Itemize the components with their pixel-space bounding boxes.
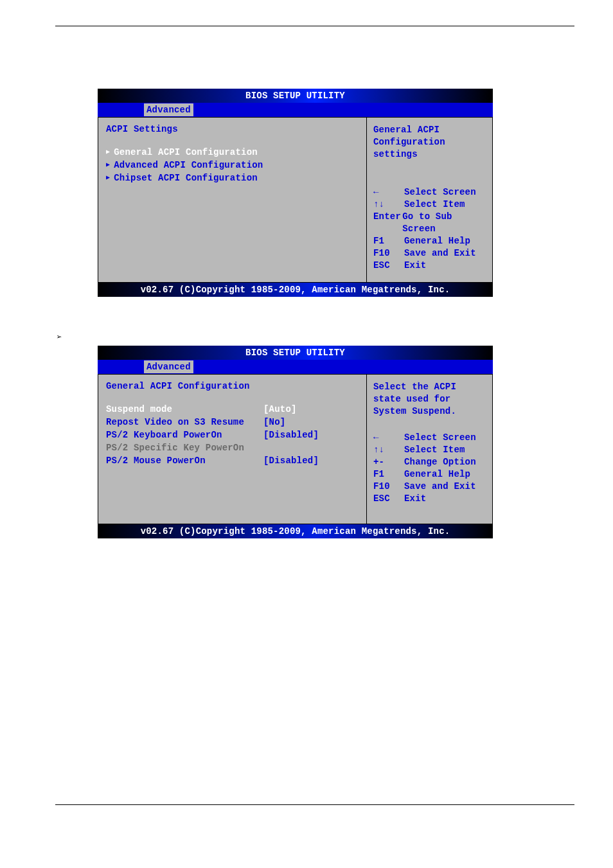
option-ps2-keyboard-poweron[interactable]: PS/2 Keyboard PowerOn [Disabled] [106,429,359,441]
menu-item-label: Chipset ACPI Configuration [114,172,258,184]
option-label: Repost Video on S3 Resume [106,416,263,429]
triangle-right-icon: ▶ [106,172,110,184]
key-hint: F1General Help [373,235,486,247]
key-label: +- [373,456,404,468]
key-hint: ←Select Screen [373,432,486,444]
main-pane: General ACPI Configuration Suspend mode … [98,374,366,524]
option-label: PS/2 Keyboard PowerOn [106,429,263,441]
tab-bar: Advanced [98,360,493,374]
bios-window-acpi-settings: BIOS SETUP UTILITY Advanced ACPI Setting… [98,89,493,297]
main-pane: ACPI Settings ▶ General ACPI Configurati… [98,117,366,283]
option-label: Suspend mode [106,403,263,416]
key-label: F10 [373,247,404,260]
key-label: F1 [373,235,404,247]
key-desc: General Help [404,235,470,247]
menu-item-chipset-acpi[interactable]: ▶ Chipset ACPI Configuration [106,172,359,184]
key-label: F10 [373,481,404,493]
page-divider-bottom [55,804,574,805]
key-hint: F10Save and Exit [373,247,486,260]
key-hint: F1General Help [373,468,486,481]
key-desc: Go to Sub Screen [402,211,486,235]
key-desc: Exit [404,260,426,272]
footer-bar: v02.67 (C)Copyright 1985-2009, American … [98,524,493,538]
key-hint: F10Save and Exit [373,481,486,493]
section-heading: General ACPI Configuration [106,381,359,391]
key-hint: ↑↓Select Item [373,444,486,456]
key-desc: General Help [404,468,470,481]
key-label: ← [373,186,404,199]
key-label: F1 [373,468,404,481]
option-ps2-specific-key-poweron: PS/2 Specific Key PowerOn [106,441,359,454]
key-desc: Select Screen [404,186,476,199]
key-desc: Change Option [404,456,476,468]
help-pane: General ACPI Configuration settings ←Sel… [366,117,493,283]
key-hint: EnterGo to Sub Screen [373,211,486,235]
key-hint: ←Select Screen [373,186,486,199]
option-label: PS/2 Mouse PowerOn [106,454,263,467]
option-label: PS/2 Specific Key PowerOn [106,441,263,454]
tab-advanced[interactable]: Advanced [144,103,193,116]
tab-bar: Advanced [98,103,493,117]
option-ps2-mouse-poweron[interactable]: PS/2 Mouse PowerOn [Disabled] [106,454,359,467]
help-pane: Select the ACPI state used for System Su… [366,374,493,524]
footer-bar: v02.67 (C)Copyright 1985-2009, American … [98,283,493,297]
option-value: [Auto] [263,403,297,416]
bios-window-general-acpi: BIOS SETUP UTILITY Advanced General ACPI… [98,346,493,538]
tab-advanced[interactable]: Advanced [144,360,193,373]
key-desc: Exit [404,493,426,505]
help-text: General ACPI Configuration settings [373,124,486,161]
triangle-right-icon: ▶ [106,146,110,159]
key-label: ESC [373,260,404,272]
key-hint: ESCExit [373,493,486,505]
window-title: BIOS SETUP UTILITY [98,89,493,103]
key-hint: ESCExit [373,260,486,272]
window-title: BIOS SETUP UTILITY [98,346,493,360]
list-bullet-icon: ➢ [57,332,62,342]
key-hint: ↑↓Select Item [373,199,486,211]
help-text: Select the ACPI state used for System Su… [373,381,486,418]
page-divider-top [55,26,574,26]
key-label: ↑↓ [373,199,404,211]
option-suspend-mode[interactable]: Suspend mode [Auto] [106,403,359,416]
menu-item-advanced-acpi[interactable]: ▶ Advanced ACPI Configuration [106,159,359,172]
option-value: [Disabled] [263,429,319,441]
option-value: [No] [263,416,285,429]
section-heading: ACPI Settings [106,124,359,134]
menu-item-label: Advanced ACPI Configuration [114,159,263,172]
key-desc: Save and Exit [404,481,476,493]
key-desc: Save and Exit [404,247,476,260]
triangle-right-icon: ▶ [106,159,110,172]
menu-item-label: General ACPI Configuration [114,146,258,159]
key-desc: Select Item [404,199,465,211]
key-hint: +-Change Option [373,456,486,468]
key-label: ← [373,432,404,444]
key-label: Enter [373,211,402,235]
option-repost-video[interactable]: Repost Video on S3 Resume [No] [106,416,359,429]
option-value: [Disabled] [263,454,319,467]
menu-item-general-acpi[interactable]: ▶ General ACPI Configuration [106,146,359,159]
key-label: ↑↓ [373,444,404,456]
key-label: ESC [373,493,404,505]
key-desc: Select Item [404,444,465,456]
key-desc: Select Screen [404,432,476,444]
